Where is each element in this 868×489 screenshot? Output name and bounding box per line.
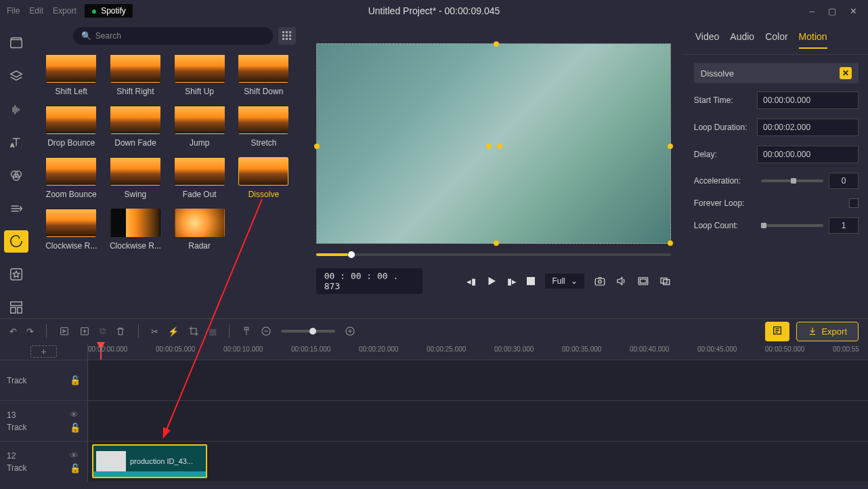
play-button[interactable] xyxy=(485,275,498,287)
zoom-out-button[interactable] xyxy=(261,326,272,337)
window-close-button[interactable]: ✕ xyxy=(850,6,857,16)
menu-export[interactable]: Export xyxy=(53,6,77,16)
effect-thumbnail xyxy=(175,54,225,83)
tab-color[interactable]: Color xyxy=(765,31,787,49)
speed-button[interactable]: ⚡ xyxy=(168,326,179,337)
cut-button[interactable]: ✂ xyxy=(151,326,158,337)
timeline-ruler[interactable]: 00:00:00.00000:00:05.00000:00:10.00000:0… xyxy=(88,343,868,360)
crop-button[interactable] xyxy=(188,326,199,337)
export-button[interactable]: Export xyxy=(796,322,859,341)
effect-item[interactable]: Shift Right xyxy=(106,54,165,96)
volume-button[interactable] xyxy=(615,275,628,287)
effect-item[interactable]: Zoom Bounce xyxy=(42,157,101,199)
stop-button[interactable] xyxy=(526,276,536,286)
motion-effects-icon[interactable] xyxy=(4,230,28,253)
effect-item[interactable]: Down Fade xyxy=(106,106,165,148)
track-header-12[interactable]: 12 Track 👁 🔓 xyxy=(0,442,88,482)
lock-icon[interactable]: 🔓 xyxy=(70,423,81,433)
effect-label: Drop Bounce xyxy=(47,138,95,148)
start-time-input[interactable] xyxy=(757,91,859,109)
effect-label: Shift Up xyxy=(185,87,214,96)
effect-item[interactable]: Clockwise R... xyxy=(42,209,101,251)
effect-item[interactable]: Dissolve xyxy=(234,157,293,199)
menu-edit[interactable]: Edit xyxy=(29,6,43,16)
audio-icon[interactable] xyxy=(4,98,28,121)
svg-rect-7 xyxy=(11,307,16,313)
media-library-icon[interactable] xyxy=(4,33,28,55)
prev-frame-button[interactable]: ◂▮ xyxy=(466,276,476,286)
loop-count-slider[interactable] xyxy=(761,224,823,227)
mark-in-button[interactable] xyxy=(59,326,70,337)
marker-button[interactable] xyxy=(242,326,251,337)
title-bar: File Edit Export Spotify Untitled Projec… xyxy=(0,0,868,22)
loop-count-value[interactable] xyxy=(829,217,859,234)
zoom-in-button[interactable] xyxy=(345,326,355,337)
preview-canvas[interactable] xyxy=(316,43,671,244)
window-maximize-button[interactable]: ▢ xyxy=(828,6,836,16)
svg-rect-9 xyxy=(282,31,284,33)
ruler-tick: 00:00:00.000 xyxy=(88,345,127,353)
layers-icon[interactable] xyxy=(4,66,28,88)
effect-label: Fade Out xyxy=(183,190,217,199)
grid-view-toggle[interactable] xyxy=(278,27,296,45)
lock-icon[interactable]: 🔓 xyxy=(70,375,81,385)
favorites-icon[interactable] xyxy=(4,263,28,286)
effect-item[interactable]: Swing xyxy=(106,157,165,199)
effect-item[interactable]: Stretch xyxy=(234,106,293,148)
transitions-icon[interactable] xyxy=(4,197,28,219)
effect-item[interactable]: Jump xyxy=(170,106,229,148)
track-header[interactable]: Track 🔓 xyxy=(0,360,88,400)
delay-label: Delay: xyxy=(694,150,717,159)
effect-item[interactable]: Shift Down xyxy=(234,54,293,96)
link-button[interactable]: ⧉ xyxy=(100,326,106,337)
safe-zones-button[interactable] xyxy=(637,275,649,287)
effect-thumbnail xyxy=(46,157,96,186)
delay-input[interactable] xyxy=(757,146,859,163)
timeline-clip[interactable]: production ID_43... xyxy=(92,444,207,478)
effect-item[interactable]: Clockwise R... xyxy=(106,209,165,251)
fullscreen-button[interactable] xyxy=(659,275,671,287)
lock-icon[interactable]: 🔓 xyxy=(70,463,81,473)
delete-button[interactable] xyxy=(115,326,126,337)
visibility-icon[interactable]: 👁 xyxy=(70,450,81,461)
track-content[interactable] xyxy=(88,360,868,400)
effect-label: Clockwise R... xyxy=(110,241,161,251)
mark-out-button[interactable] xyxy=(79,326,90,337)
effect-item[interactable]: Radar xyxy=(170,209,229,251)
acceleration-value[interactable] xyxy=(829,173,859,189)
group-button[interactable]: ▦ xyxy=(209,326,217,337)
track-content-12[interactable]: production ID_43... xyxy=(88,442,868,482)
track-header-13[interactable]: 13 Track 👁 🔓 xyxy=(0,401,88,441)
redo-button[interactable]: ↷ xyxy=(26,326,34,337)
templates-icon[interactable] xyxy=(4,296,28,318)
undo-button[interactable]: ↶ xyxy=(9,326,17,337)
loop-duration-input[interactable] xyxy=(757,119,859,136)
forever-loop-checkbox[interactable] xyxy=(849,198,859,208)
effect-item[interactable]: Shift Left xyxy=(42,54,101,96)
effect-item[interactable]: Shift Up xyxy=(170,54,229,96)
color-filters-icon[interactable] xyxy=(4,165,28,187)
remove-effect-button[interactable]: ✕ xyxy=(840,67,852,79)
render-button[interactable] xyxy=(765,322,789,341)
tab-video[interactable]: Video xyxy=(695,31,720,49)
track-content-13[interactable] xyxy=(88,401,868,441)
visibility-icon[interactable]: 👁 xyxy=(70,410,81,420)
effect-item[interactable]: Drop Bounce xyxy=(42,106,101,148)
effect-label: Down Fade xyxy=(114,138,156,148)
effect-label: Jump xyxy=(190,138,209,148)
search-input[interactable]: 🔍 Search xyxy=(73,27,273,45)
add-track-button[interactable]: + xyxy=(30,345,56,358)
effect-item[interactable]: Fade Out xyxy=(170,157,229,199)
zoom-slider[interactable] xyxy=(281,330,335,333)
preview-quality-select[interactable]: Full⌄ xyxy=(545,274,584,289)
tab-audio[interactable]: Audio xyxy=(730,31,754,49)
tab-motion[interactable]: Motion xyxy=(799,31,827,49)
effect-thumbnail xyxy=(46,209,96,237)
window-minimize-button[interactable]: – xyxy=(810,6,815,16)
snapshot-button[interactable] xyxy=(594,275,606,287)
menu-file[interactable]: File xyxy=(7,6,20,16)
acceleration-slider[interactable] xyxy=(761,179,823,182)
scrub-bar[interactable] xyxy=(316,253,671,256)
next-frame-button[interactable]: ▮▸ xyxy=(507,276,517,286)
text-icon[interactable]: A xyxy=(4,131,28,154)
